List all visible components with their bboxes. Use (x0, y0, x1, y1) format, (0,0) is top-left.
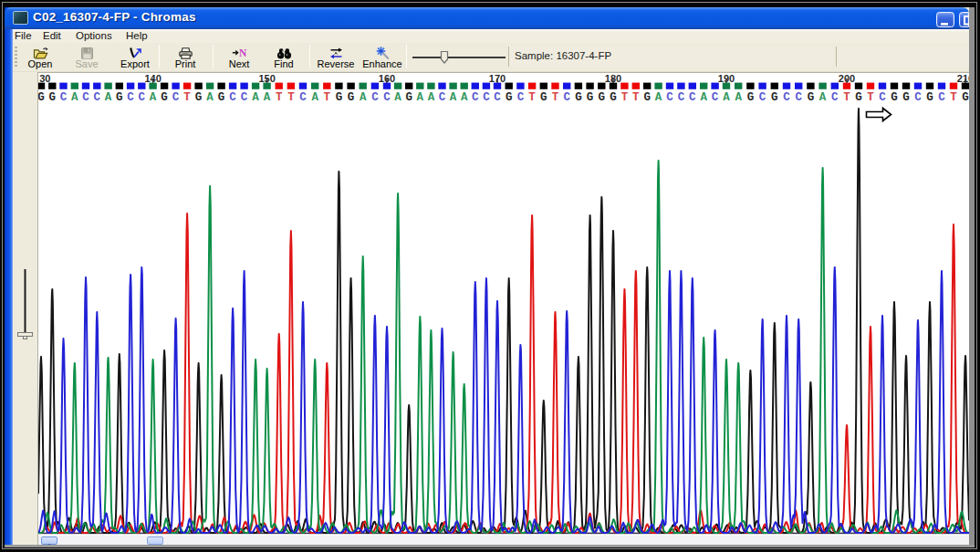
svg-text:T: T (843, 91, 850, 104)
svg-text:C: C (472, 91, 479, 104)
svg-text:G: G (540, 91, 547, 104)
svg-text:A: A (206, 91, 214, 104)
svg-text:A: A (252, 91, 259, 104)
svg-text:G: G (161, 91, 168, 104)
svg-text:C: C (711, 91, 718, 104)
svg-text:G: G (962, 91, 969, 104)
svg-text:G: G (586, 91, 593, 104)
svg-text:T: T (275, 91, 282, 104)
svg-text:T: T (551, 91, 558, 104)
svg-text:C: C (127, 91, 134, 104)
svg-text:G: G (335, 91, 342, 104)
svg-text:C: C (879, 91, 886, 104)
svg-text:A: A (311, 91, 318, 104)
svg-text:A: A (71, 91, 78, 104)
svg-text:G: G (643, 91, 651, 104)
svg-text:G: G (194, 91, 202, 104)
svg-text:C: C (783, 91, 790, 104)
svg-text:G: G (405, 91, 412, 104)
svg-text:T: T (528, 91, 536, 104)
svg-text:A: A (149, 91, 156, 104)
svg-text:210: 210 (956, 73, 969, 84)
svg-text:G: G (347, 91, 354, 104)
svg-text:A: A (394, 91, 401, 104)
svg-text:A: A (654, 91, 662, 104)
svg-text:C: C (383, 91, 391, 104)
svg-text:C: C (666, 91, 673, 104)
svg-text:A: A (427, 91, 434, 104)
svg-text:A: A (416, 91, 423, 104)
svg-text:C: C (938, 91, 945, 104)
svg-text:G: G (217, 91, 224, 104)
svg-text:G: G (891, 91, 898, 104)
svg-text:G: G (610, 91, 617, 104)
svg-text:A: A (263, 91, 270, 104)
svg-text:C: C (172, 91, 179, 104)
svg-text:A: A (735, 91, 742, 104)
svg-text:T: T (620, 91, 628, 104)
svg-text:C: C (831, 91, 839, 104)
svg-text:A: A (359, 91, 366, 104)
svg-text:G: G (48, 91, 56, 104)
svg-text:G: G (505, 91, 512, 104)
svg-text:G: G (902, 91, 910, 104)
svg-text:C: C (563, 91, 570, 104)
svg-text:N: N (239, 47, 247, 58)
svg-text:G: G (575, 91, 582, 104)
svg-text:A: A (818, 91, 826, 104)
svg-text:T: T (632, 91, 640, 104)
svg-text:C: C (438, 91, 445, 104)
svg-text:T: T (287, 91, 295, 104)
svg-text:C: C (82, 91, 89, 104)
svg-text:A: A (460, 91, 467, 104)
svg-text:C: C (758, 91, 766, 104)
svg-text:C: C (677, 91, 684, 104)
svg-text:A: A (104, 91, 111, 104)
svg-text:C: C (240, 91, 247, 104)
svg-text:T: T (323, 91, 330, 104)
svg-text:A: A (700, 91, 707, 104)
svg-text:G: G (38, 91, 45, 104)
svg-text:C: C (299, 91, 307, 104)
svg-text:30: 30 (39, 73, 50, 84)
svg-text:T: T (867, 91, 874, 104)
svg-text:G: G (855, 91, 862, 104)
svg-text:T: T (950, 91, 957, 104)
svg-text:G: G (926, 91, 933, 104)
svg-text:G: G (746, 91, 754, 104)
svg-text:C: C (516, 91, 524, 104)
svg-text:C: C (59, 91, 67, 104)
svg-text:G: G (807, 91, 814, 104)
svg-text:C: C (93, 91, 100, 104)
svg-text:C: C (229, 91, 236, 104)
svg-text:A: A (449, 91, 456, 104)
svg-text:C: C (689, 91, 696, 104)
svg-text:C: C (138, 91, 145, 104)
svg-text:G: G (598, 91, 605, 104)
svg-text:A: A (723, 91, 730, 104)
svg-text:G: G (771, 91, 778, 104)
svg-text:C: C (371, 91, 379, 104)
svg-text:C: C (483, 91, 490, 104)
svg-text:G: G (116, 91, 123, 104)
svg-text:C: C (795, 91, 802, 104)
svg-text:C: C (494, 91, 501, 104)
svg-text:C: C (914, 91, 922, 104)
svg-text:T: T (183, 91, 191, 104)
